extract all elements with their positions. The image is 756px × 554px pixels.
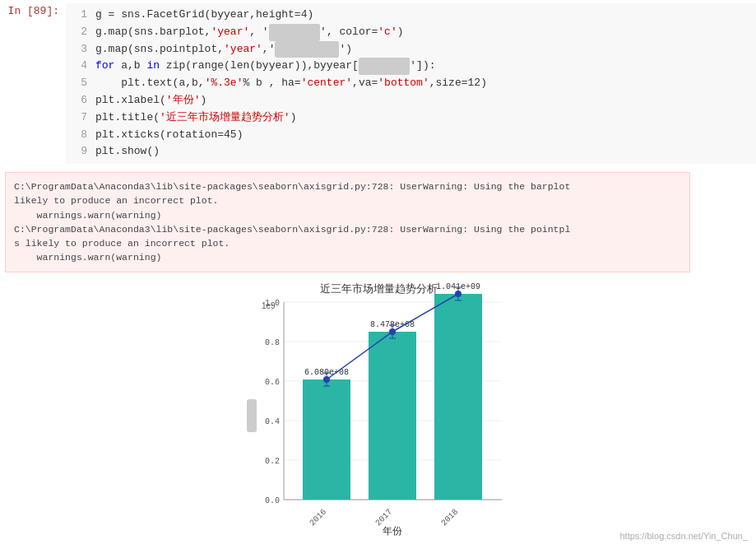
line-content-3: g.map(sns.pointplot,'year',' ') <box>95 41 352 58</box>
warning-line-4: C:\ProgramData\Anaconda3\lib\site-packag… <box>14 222 681 236</box>
line-num-6: 6 <box>71 92 87 109</box>
warning-line-6: warnings.warn(warning) <box>14 250 681 264</box>
line-num-8: 8 <box>71 127 87 144</box>
bar-2018 <box>434 294 482 500</box>
line-num-3: 3 <box>71 41 87 58</box>
line-num-1: 1 <box>71 7 87 24</box>
bar-2016 <box>303 379 350 500</box>
code-line-1: 1 g = sns.FacetGrid(byyear,height=4) <box>71 7 751 24</box>
scrollbar-handle <box>247 399 257 432</box>
y-tick-0: 0.0 <box>264 496 279 505</box>
x-axis-label: 年份 <box>383 525 402 537</box>
line-num-7: 7 <box>71 109 87 127</box>
line-content-1: g = sns.FacetGrid(byyear,height=4) <box>95 7 313 24</box>
y-tick-02: 0.2 <box>264 457 279 466</box>
line-num-2: 2 <box>71 24 87 41</box>
y-tick-04: 0.4 <box>264 417 279 426</box>
code-line-8: 8 plt.xticks(rotation=45) <box>71 127 751 144</box>
line-content-2: g.map(sns.barplot,'year', ' ', color='c'… <box>95 24 404 41</box>
line-num-4: 4 <box>71 58 87 75</box>
code-line-6: 6 plt.xlabel('年份') <box>71 92 751 109</box>
line-num-5: 5 <box>71 75 87 92</box>
warning-line-3: warnings.warn(warning) <box>14 208 681 222</box>
cell-label: In [89]: <box>0 3 66 164</box>
warning-line-2: likely to produce an incorrect plot. <box>14 193 681 207</box>
y-tick-08: 0.8 <box>264 338 279 347</box>
code-line-7: 7 plt.title('近三年市场增量趋势分析') <box>71 109 751 127</box>
warning-line-1: C:\ProgramData\Anaconda3\lib\site-packag… <box>14 179 681 193</box>
line-num-9: 9 <box>71 143 87 161</box>
x-tick-2016: 2016 <box>308 507 328 528</box>
chart-area: 近三年市场增量趋势分析 1e9 0.0 0.2 0.4 0.6 0.8 1.0 <box>66 277 690 541</box>
code-cell: In [89]: 1 g = sns.FacetGrid(byyear,heig… <box>0 0 756 167</box>
code-line-4: 4 for a,b in zip(range(len(byyear)),byye… <box>71 58 751 75</box>
warning-line-5: s likely to produce an incorrect plot. <box>14 236 681 250</box>
line-content-4: for a,b in zip(range(len(byyear)),byyear… <box>95 58 436 75</box>
code-line-5: 5 plt.text(a,b,'%.3e'% b , ha='center',v… <box>71 75 751 92</box>
line-content-8: plt.xticks(rotation=45) <box>95 127 243 144</box>
line-content-6: plt.xlabel('年份') <box>95 92 206 109</box>
code-line-2: 2 g.map(sns.barplot,'year', ' ', color='… <box>71 24 751 41</box>
code-line-3: 3 g.map(sns.pointplot,'year',' ') <box>71 41 751 58</box>
chart-wrapper: 近三年市场增量趋势分析 1e9 0.0 0.2 0.4 0.6 0.8 1.0 <box>239 277 518 541</box>
y-tick-06: 0.6 <box>264 378 279 387</box>
chart-title: 近三年市场增量趋势分析 <box>319 282 437 295</box>
line-content-7: plt.title('近三年市场增量趋势分析') <box>95 109 296 127</box>
code-block[interactable]: 1 g = sns.FacetGrid(byyear,height=4) 2 g… <box>66 3 756 164</box>
watermark: https://blog.csdn.net/Yin_Chun_ <box>619 531 748 541</box>
y-tick-10: 1.0 <box>264 299 279 308</box>
x-tick-2018: 2018 <box>439 507 460 528</box>
bar-2017 <box>369 332 416 500</box>
warning-box: C:\ProgramData\Anaconda3\lib\site-packag… <box>5 172 690 272</box>
line-content-9: plt.show() <box>95 143 160 161</box>
chart-svg: 近三年市场增量趋势分析 1e9 0.0 0.2 0.4 0.6 0.8 1.0 <box>239 277 518 541</box>
code-line-9: 9 plt.show() <box>71 143 751 161</box>
line-content-5: plt.text(a,b,'%.3e'% b , ha='center',va=… <box>95 75 487 92</box>
